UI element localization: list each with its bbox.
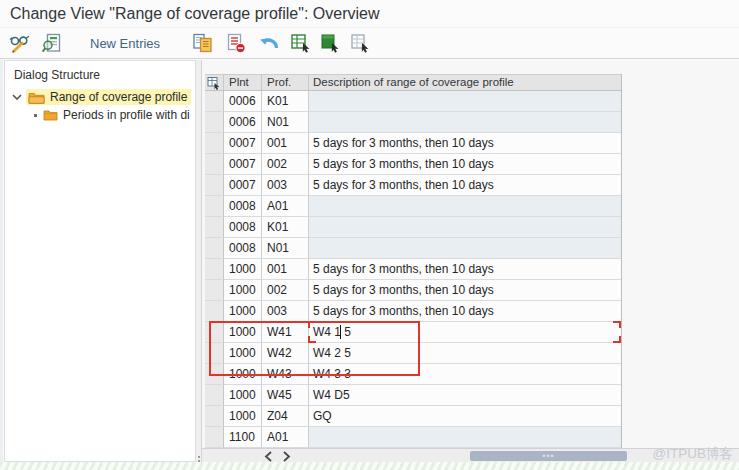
cell-prof[interactable]: 003: [262, 301, 309, 322]
cell-description[interactable]: 5 days for 3 months, then 10 days: [309, 280, 621, 301]
cell-description[interactable]: 5 days for 3 months, then 10 days: [309, 259, 621, 280]
cell-plnt[interactable]: 1000: [224, 385, 262, 406]
cell-plnt[interactable]: 1000: [224, 343, 262, 364]
cell-prof[interactable]: A01: [262, 427, 309, 448]
row-selector[interactable]: [205, 259, 224, 280]
row-selector[interactable]: [205, 238, 224, 259]
sidebar-item-range-of-coverage-profile[interactable]: Range of coverage profile: [5, 88, 195, 106]
bullet-icon: [34, 114, 37, 117]
select-block-button[interactable]: [317, 30, 347, 56]
scroll-right-button[interactable]: [278, 450, 294, 462]
cell-description[interactable]: W4 3 3: [309, 364, 621, 385]
select-all-corner-cell[interactable]: [205, 75, 224, 90]
cell-prof[interactable]: 003: [262, 175, 309, 196]
cell-plnt[interactable]: 1000: [224, 301, 262, 322]
row-selector[interactable]: [205, 406, 224, 427]
copy-as-button[interactable]: [188, 30, 218, 56]
overview-display-button[interactable]: [38, 30, 68, 56]
row-selector[interactable]: [205, 280, 224, 301]
row-selector[interactable]: [205, 154, 224, 175]
row-selector[interactable]: [205, 196, 224, 217]
cell-plnt[interactable]: 1000: [224, 259, 262, 280]
scrollbar-thumb[interactable]: •••: [470, 451, 627, 461]
coverage-profile-table: Plnt Prof. Description of range of cover…: [205, 74, 622, 448]
table-row: 1000W43W4 3 3: [205, 364, 621, 385]
row-selector[interactable]: [205, 385, 224, 406]
cell-prof[interactable]: W42: [262, 343, 309, 364]
cell-description[interactable]: W4 D5: [309, 385, 621, 406]
cell-plnt[interactable]: 0006: [224, 112, 262, 133]
cell-plnt[interactable]: 0008: [224, 196, 262, 217]
cell-plnt[interactable]: 1000: [224, 280, 262, 301]
cell-plnt[interactable]: 0006: [224, 91, 262, 112]
cell-prof[interactable]: 001: [262, 133, 309, 154]
selected-node-highlight: Range of coverage profile: [26, 89, 191, 105]
new-entries-button[interactable]: New Entries: [90, 36, 160, 51]
cell-prof[interactable]: W43: [262, 364, 309, 385]
cell-prof[interactable]: N01: [262, 112, 309, 133]
dialog-structure-title: Dialog Structure: [5, 61, 195, 88]
delete-button[interactable]: [221, 30, 251, 56]
row-selector[interactable]: [205, 364, 224, 385]
row-selector[interactable]: [205, 175, 224, 196]
cell-description[interactable]: GQ: [309, 406, 621, 427]
column-header-plnt[interactable]: Plnt: [224, 75, 262, 90]
cell-prof[interactable]: W45: [262, 385, 309, 406]
table-select-icon: [207, 76, 223, 90]
row-selector[interactable]: [205, 322, 224, 343]
sidebar-item-periods-in-profile[interactable]: Periods in profile with di: [5, 106, 195, 124]
row-selector[interactable]: [205, 91, 224, 112]
cell-plnt[interactable]: 1100: [224, 427, 262, 448]
cell-plnt[interactable]: 0007: [224, 133, 262, 154]
select-all-button[interactable]: [287, 30, 317, 56]
cell-prof[interactable]: 001: [262, 259, 309, 280]
cell-prof[interactable]: K01: [262, 217, 309, 238]
cell-prof[interactable]: Z04: [262, 406, 309, 427]
cell-description[interactable]: [309, 112, 621, 133]
row-selector[interactable]: [205, 427, 224, 448]
table-row: 1000W42W4 2 5: [205, 343, 621, 364]
row-selector[interactable]: [205, 112, 224, 133]
cell-plnt[interactable]: 0007: [224, 154, 262, 175]
chevron-down-icon[interactable]: [12, 93, 22, 101]
column-header-description[interactable]: Description of range of coverage profile: [309, 75, 621, 90]
deselect-all-button[interactable]: [347, 30, 377, 56]
cell-description[interactable]: [309, 217, 621, 238]
table-row: 00070025 days for 3 months, then 10 days: [205, 154, 621, 175]
cell-prof[interactable]: A01: [262, 196, 309, 217]
cell-plnt[interactable]: 0008: [224, 217, 262, 238]
cell-description[interactable]: 5 days for 3 months, then 10 days: [309, 133, 621, 154]
cell-description[interactable]: [309, 427, 621, 448]
cell-prof[interactable]: N01: [262, 238, 309, 259]
glasses-pencil-icon: [7, 32, 33, 54]
cell-description[interactable]: 5 days for 3 months, then 10 days: [309, 301, 621, 322]
cell-plnt[interactable]: 1000: [224, 364, 262, 385]
cell-description[interactable]: [309, 196, 621, 217]
cell-description[interactable]: 5 days for 3 months, then 10 days: [309, 175, 621, 196]
table-row: 0006N01: [205, 112, 621, 133]
row-selector[interactable]: [205, 133, 224, 154]
cell-prof[interactable]: 002: [262, 154, 309, 175]
row-selector[interactable]: [205, 301, 224, 322]
row-selector[interactable]: [205, 343, 224, 364]
undo-button[interactable]: [254, 30, 284, 56]
row-selector[interactable]: [205, 217, 224, 238]
panel-splitter[interactable]: [195, 60, 202, 462]
cell-prof[interactable]: 002: [262, 280, 309, 301]
cell-plnt[interactable]: 1000: [224, 322, 262, 343]
display-change-button[interactable]: [5, 30, 35, 56]
cell-description[interactable]: [309, 238, 621, 259]
cell-prof[interactable]: K01: [262, 91, 309, 112]
cell-plnt[interactable]: 0008: [224, 238, 262, 259]
column-header-prof[interactable]: Prof.: [262, 75, 309, 90]
scroll-left-button[interactable]: [260, 450, 276, 462]
cell-prof[interactable]: W41: [262, 322, 309, 343]
table-row: 10000035 days for 3 months, then 10 days: [205, 301, 621, 322]
watermark: @ITPUB博客: [653, 445, 733, 463]
cell-plnt[interactable]: 0007: [224, 175, 262, 196]
cell-description[interactable]: 5 days for 3 months, then 10 days: [309, 154, 621, 175]
cell-plnt[interactable]: 1000: [224, 406, 262, 427]
cell-description[interactable]: W4 2 5: [309, 343, 621, 364]
cell-description[interactable]: W4 1 5: [309, 322, 621, 343]
cell-description[interactable]: [309, 91, 621, 112]
